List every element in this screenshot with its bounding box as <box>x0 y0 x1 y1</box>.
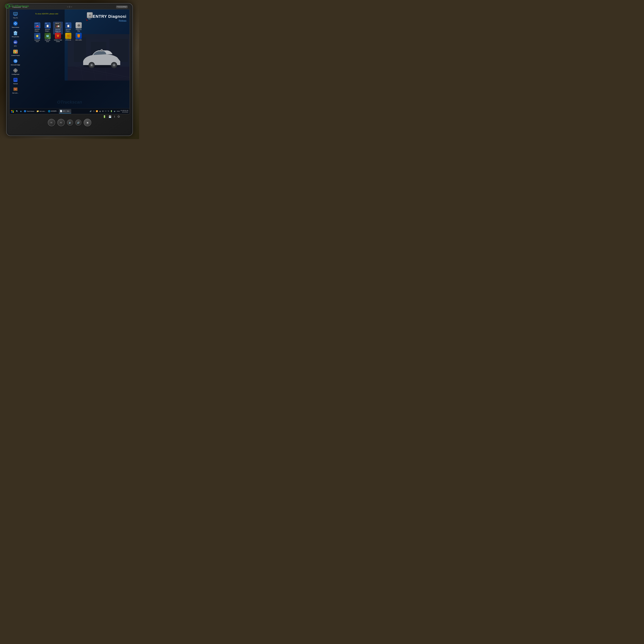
icon-edge-label: Microsoft Edge <box>11 64 20 66</box>
watermark: OTruckscan <box>57 100 82 105</box>
icon-vediamo[interactable]: V Vediamo Start Center <box>53 32 63 43</box>
svg-rect-55 <box>14 79 17 81</box>
icon-control-panel-label: Control Panel <box>11 55 20 56</box>
icon-starfinder-2016[interactable]: 🗺️ 2016 Starfinder 2016 <box>43 32 52 43</box>
hw-button-a2[interactable]: A2 <box>57 119 65 126</box>
icon-todesk[interactable]: ToDesk <box>10 77 21 85</box>
taskbar-right: 🔊 ⬡ 📶 🖧 ⊞ 🛡 ↻ 🔋 🔉 ENG 10:48:06 AM 4/21/2… <box>89 110 129 113</box>
hw-button-home[interactable]: ▣ <box>84 119 91 126</box>
hw-button-a1-label: A1 <box>51 122 52 123</box>
todesk-icon <box>13 78 18 82</box>
svg-rect-28 <box>14 15 17 15</box>
hw-button-vol-down[interactable]: 🔉 <box>67 119 73 126</box>
xentry-icons-row2: 🌟 2020 Starfinder 2020 🗺️ 2016 <box>32 32 83 43</box>
icon-this-pc[interactable]: This PC <box>10 11 21 19</box>
led-dot2 <box>71 6 72 7</box>
taskbar-item-teamviewer[interactable]: 🔵 TeamViewer <box>23 109 35 113</box>
audio-icon[interactable]: 🔊 <box>89 110 92 113</box>
icon-starfinder-2016-label: Starfinder 2016 <box>43 39 52 42</box>
led-dot <box>67 6 68 7</box>
svg-text:★: ★ <box>101 50 103 51</box>
epc-taskbar-icon: 📄 <box>60 110 62 112</box>
icon-xentry-sim1-label: XENTRY Diagno... <box>43 29 52 32</box>
volume-icon[interactable]: 🔉 <box>113 110 116 113</box>
battery-icon[interactable]: 🔋 <box>110 110 113 113</box>
taskbar-item-notcom[interactable]: 📁 Not com... <box>36 109 47 113</box>
icon-dts[interactable]: M 8.16 DTS 8.16 <box>64 32 73 43</box>
truckscan-logo-icon <box>5 3 14 9</box>
hw-button-a1[interactable]: A1 <box>48 119 55 126</box>
taskbar-epc-label: EPC - Mer... <box>63 110 70 112</box>
icon-dts-label: DTS 8.16 <box>66 39 71 41</box>
taskbar-item-edge[interactable]: 🌐 欢迎使用... <box>47 109 59 113</box>
recycle-bin-icon <box>13 30 18 35</box>
icon-vediamo-label: Vediamo Start Center <box>54 39 62 42</box>
cortana-button[interactable]: ◉ <box>19 110 23 113</box>
taskbar-datetime[interactable]: 10:48:06 AM 4/21/2022 <box>120 110 128 113</box>
taskbar-teamviewer-label: TeamViewer <box>27 111 34 112</box>
control-panel-icon <box>13 49 18 54</box>
network-icon[interactable]: 🖧 <box>99 110 101 113</box>
icon-epc[interactable]: EPC EPC <box>10 39 21 48</box>
icon-epc-label: EPC <box>14 45 17 47</box>
icon-starfinder-2020[interactable]: 🌟 2020 Starfinder 2020 <box>32 32 42 43</box>
xentry-title: XENTRY Diagnosi <box>90 14 126 19</box>
refresh-icon[interactable]: ↻ <box>107 110 109 113</box>
svg-point-24 <box>113 64 115 66</box>
hw-button-a2-label: A2 <box>60 122 62 123</box>
home-icon: ▣ <box>87 121 89 124</box>
tablet-shell: Panasonic FZ-G1 TOUGHPAD XENTRY Diagnosi… <box>6 3 133 136</box>
svg-point-50 <box>15 68 16 69</box>
svg-rect-66 <box>11 110 12 111</box>
security-icon[interactable]: 🛡 <box>104 110 107 113</box>
search-button[interactable]: 🔍 <box>15 109 19 113</box>
icon-diagnosis-stop-label: Diagnosis Stop <box>74 29 83 32</box>
xentry-notification: To close XENTRY, please click <box>35 13 58 15</box>
svg-rect-30 <box>14 13 17 15</box>
hardware-buttons: A1 A2 🔉 🔊 ▣ <box>48 119 91 126</box>
icon-microsoft-edge[interactable]: e Microsoft Edge <box>10 58 21 66</box>
vol-down-icon: 🔉 <box>69 121 71 124</box>
desktop-icons-left: This PC TeamViewer <box>10 9 27 96</box>
icon-not-common-label: Not com... <box>12 92 19 94</box>
icon-this-pc-label: This PC <box>13 17 18 19</box>
info-hw-icon: ℹ <box>114 115 115 118</box>
taskbar-item-epc[interactable]: 📄 EPC - Mer... <box>59 109 71 113</box>
svg-point-32 <box>15 23 16 24</box>
desktop[interactable]: XENTRY Diagnosi Releas <box>10 9 130 114</box>
svg-point-6 <box>9 6 10 7</box>
taskbar-edge-label: 欢迎使用... <box>51 110 58 112</box>
taskbar: 🔍 ◉ 🔵 TeamViewer 📁 Not com... <box>10 108 130 114</box>
icon-not-common[interactable]: ! Not com... <box>10 86 21 95</box>
icon-wis-asra[interactable]: WIS-ASRA <box>74 32 83 43</box>
hw-button-vol-up[interactable]: 🔊 <box>75 119 81 126</box>
window-icon[interactable]: ⊞ <box>102 110 104 113</box>
windows-logo-icon <box>11 110 14 113</box>
svg-point-49 <box>15 70 16 71</box>
svg-point-52 <box>13 70 14 71</box>
icon-control-panel[interactable]: Control Panel <box>10 48 21 57</box>
tablet-status-icons: 🔋 💾 ℹ ⏻ <box>15 115 125 118</box>
icon-configassist-label: ConfigAssist <box>12 74 19 75</box>
configassist-icon <box>13 68 18 73</box>
toughpad-badge: TOUGHPAD <box>116 6 128 8</box>
bluetooth-icon[interactable]: ⬡ <box>93 110 95 113</box>
svg-point-45 <box>16 52 17 53</box>
this-pc-icon <box>13 12 18 16</box>
icon-xentry-cars-label: XENTRY Diagno... <box>33 29 42 32</box>
icon-recycle-bin[interactable]: Recycle Bin <box>10 30 21 38</box>
icon-todesk-label: ToDesk <box>13 83 18 85</box>
svg-point-42 <box>14 50 15 51</box>
start-button[interactable] <box>10 109 15 113</box>
icon-wis-asra-label: WIS-ASRA <box>75 39 82 41</box>
icon-teamviewer[interactable]: TeamViewer <box>10 20 21 29</box>
icon-configassist[interactable]: ConfigAssist <box>10 67 21 76</box>
svg-point-44 <box>14 52 15 53</box>
icon-recycle-bin-label: Recycle Bin <box>12 36 19 38</box>
folder-taskbar-icon: 📁 <box>36 110 39 112</box>
wifi-icon[interactable]: 📶 <box>96 110 98 113</box>
screen: XENTRY Diagnosi Releas <box>9 9 130 114</box>
camera-lens <box>69 6 70 8</box>
xentry-panel: XENTRY Diagnosi Releas <box>65 9 130 81</box>
taskbar-date: 4/21/2022 <box>120 111 128 113</box>
